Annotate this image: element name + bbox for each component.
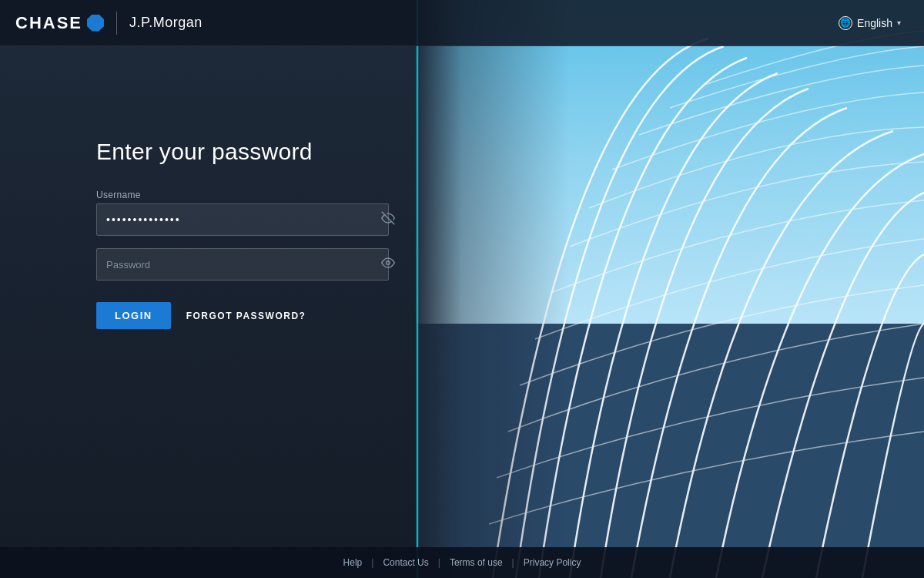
- username-field-group: Username: [96, 190, 404, 236]
- footer-sep-2: |: [438, 557, 440, 568]
- chase-logo: CHASE: [15, 13, 104, 33]
- footer-contact-link[interactable]: Contact Us: [383, 557, 428, 568]
- login-form: Enter your password Username: [96, 139, 404, 329]
- login-button[interactable]: LOGIN: [96, 302, 171, 329]
- footer: Help | Contact Us | Terms of use | Priva…: [0, 547, 924, 578]
- language-selector[interactable]: 🌐 English ▾: [831, 12, 909, 35]
- footer-sep-1: |: [371, 557, 373, 568]
- language-label: English: [857, 17, 892, 29]
- footer-privacy-link[interactable]: Privacy Policy: [524, 557, 581, 568]
- footer-terms-link[interactable]: Terms of use: [450, 557, 503, 568]
- chase-octagon-icon: [87, 15, 104, 32]
- footer-help-link[interactable]: Help: [343, 557, 363, 568]
- chevron-down-icon: ▾: [897, 18, 901, 27]
- action-row: LOGIN FORGOT PASSWORD?: [96, 302, 404, 329]
- svg-point-5: [387, 261, 390, 265]
- username-toggle-visibility-icon[interactable]: [381, 211, 395, 228]
- main-content: Enter your password Username: [0, 46, 924, 547]
- username-input[interactable]: [96, 203, 389, 236]
- password-field-group: [96, 248, 404, 281]
- logo-divider: [116, 12, 117, 35]
- forgot-password-link[interactable]: FORGOT PASSWORD?: [186, 311, 306, 321]
- username-wrapper: [96, 203, 404, 236]
- form-title: Enter your password: [96, 139, 404, 165]
- password-input[interactable]: [96, 248, 389, 281]
- footer-sep-3: |: [512, 557, 514, 568]
- password-toggle-visibility-icon[interactable]: [381, 256, 395, 273]
- username-label: Username: [96, 190, 404, 200]
- globe-icon: 🌐: [839, 16, 852, 30]
- header: CHASE J.P.Morgan 🌐 English ▾: [0, 0, 924, 46]
- jpmorgan-brand-text: J.P.Morgan: [129, 15, 203, 31]
- password-wrapper: [96, 248, 404, 281]
- chase-brand-text: CHASE: [15, 13, 82, 33]
